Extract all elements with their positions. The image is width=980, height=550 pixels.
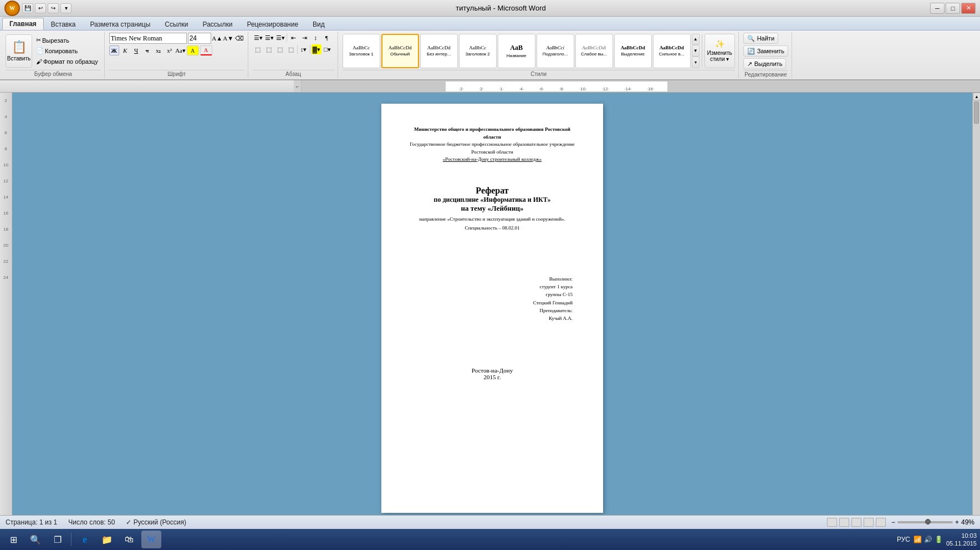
view-buttons <box>827 518 886 527</box>
view-draft-button[interactable] <box>876 518 886 527</box>
task-view-button[interactable]: ❐ <box>48 531 68 548</box>
tab-view[interactable]: Вид <box>305 18 332 30</box>
style-normal[interactable]: AaBbCcDd Обычный <box>381 34 419 68</box>
minimize-button[interactable]: ─ <box>930 3 945 14</box>
style-subtitle[interactable]: AaBbCci Подзаголо... <box>537 34 574 68</box>
doc-author: Выполнил: студент 1 курса группы С-15 Ст… <box>406 275 573 323</box>
line-spacing-button[interactable]: ↕▾ <box>299 44 309 54</box>
highlight-button[interactable]: А <box>187 45 199 55</box>
italic-button[interactable]: К <box>120 45 130 55</box>
scroll-up-button[interactable]: ▲ <box>973 93 980 100</box>
align-right-button[interactable]: ⬚ <box>275 44 285 54</box>
style-heading1[interactable]: AaBbCc Заголовок 1 <box>343 34 380 68</box>
styles-scroll-more[interactable]: ▾ <box>692 57 700 68</box>
font-color-button[interactable]: А <box>200 45 212 55</box>
style-title[interactable]: AaB Название <box>498 34 535 68</box>
tab-references[interactable]: Ссылки <box>157 18 195 30</box>
maximize-button[interactable]: □ <box>946 3 960 14</box>
style-subtle-em-preview: AaBbCcDdi <box>582 45 606 50</box>
format-paint-button[interactable]: 🖌 Формат по образцу <box>33 57 101 67</box>
font-name-input[interactable] <box>109 33 187 44</box>
sort-button[interactable]: ↕ <box>310 33 320 43</box>
tab-layout[interactable]: Разметка страницы <box>83 18 157 30</box>
font-size-input[interactable] <box>188 33 211 44</box>
editing-group: 🔍 Найти 🔄 Заменить ↗ Выделить Редактиров… <box>740 32 792 78</box>
document-page[interactable]: Министерство общего и профессионального … <box>381 104 603 513</box>
view-outline-button[interactable] <box>864 518 874 527</box>
grow-font-button[interactable]: A▲ <box>212 33 222 43</box>
right-scrollbar[interactable]: ▲ ▼ <box>972 93 980 524</box>
search-button[interactable]: 🔍 <box>25 531 45 548</box>
find-button[interactable]: 🔍 Найти <box>743 33 778 44</box>
tray-network-icon: 📶 <box>913 536 922 543</box>
strikethrough-button[interactable]: ч <box>142 45 152 55</box>
change-case-button[interactable]: Аа▾ <box>176 45 186 55</box>
copy-button[interactable]: 📄 Копировать <box>33 46 101 56</box>
scroll-thumb[interactable] <box>974 101 979 124</box>
superscript-button[interactable]: х² <box>165 45 175 55</box>
zoom-thumb <box>925 519 931 524</box>
style-subtle-em[interactable]: AaBbCcDdi Слабое вы... <box>575 34 613 68</box>
font-content: A▲ A▼ ⌫ Ж К Ч ч х₂ х² Аа▾ А А <box>109 33 244 69</box>
doc-title-specialty: Специальность – 08.02.01 <box>406 225 578 231</box>
zoom-out-button[interactable]: − <box>891 518 895 526</box>
copy-icon: 📄 <box>36 47 44 54</box>
zoom-level[interactable]: 49% <box>961 518 974 526</box>
quick-undo-button[interactable]: ↩ <box>35 3 46 13</box>
align-left-button[interactable]: ⬚ <box>253 44 263 54</box>
align-center-button[interactable]: ⬚ <box>264 44 274 54</box>
view-print-button[interactable] <box>827 518 837 527</box>
borders-button[interactable]: □▾ <box>323 44 333 54</box>
zoom-in-button[interactable]: + <box>955 518 959 526</box>
close-button[interactable]: ✕ <box>961 3 976 14</box>
start-button[interactable]: ⊞ <box>3 531 23 548</box>
style-heading2[interactable]: AaBbCc Заголовок 2 <box>459 34 497 68</box>
style-normal-preview: AaBbCcDd <box>389 45 412 50</box>
style-strong[interactable]: AaBbCcDd Сильное в... <box>653 34 691 68</box>
underline-button[interactable]: Ч <box>131 45 141 55</box>
decrease-indent-button[interactable]: ⇤ <box>288 33 298 43</box>
shrink-font-button[interactable]: A▼ <box>223 33 233 43</box>
paste-button[interactable]: 📋 Вставить <box>6 34 32 68</box>
show-hide-button[interactable]: ¶ <box>321 33 331 43</box>
bold-button[interactable]: Ж <box>109 45 119 55</box>
increase-indent-button[interactable]: ⇥ <box>299 33 309 43</box>
view-reading-button[interactable] <box>839 518 849 527</box>
zoom-slider[interactable] <box>897 521 953 523</box>
quick-save-button[interactable]: 💾 <box>22 3 33 13</box>
quick-redo-button[interactable]: ↪ <box>48 3 59 13</box>
style-heading1-preview: AaBbCc <box>353 45 370 50</box>
tab-insert[interactable]: Вставка <box>44 18 83 30</box>
clear-format-button[interactable]: ⌫ <box>234 33 244 43</box>
tab-mailings[interactable]: Рассылки <box>196 18 240 30</box>
doc-area[interactable]: Министерство общего и профессионального … <box>12 93 972 524</box>
style-title-preview: AaB <box>510 44 523 52</box>
multilevel-list-button[interactable]: ☰▾ <box>275 33 285 43</box>
styles-scroll-up[interactable]: ▲ <box>692 34 700 45</box>
quick-customize-button[interactable]: ▾ <box>60 3 72 13</box>
ruler-corner[interactable]: ⌐ <box>294 80 302 93</box>
office-button[interactable]: W <box>4 1 20 16</box>
taskbar-clock: 10:03 05.11.2015 <box>946 532 977 548</box>
ie-button[interactable]: e <box>75 531 95 548</box>
tab-review[interactable]: Рецензирование <box>239 18 305 30</box>
tab-home[interactable]: Главная <box>2 18 44 30</box>
change-styles-button[interactable]: ✨ Изменить стили ▾ <box>705 34 735 68</box>
explorer-button[interactable]: 📁 <box>97 531 117 548</box>
cut-button[interactable]: ✂ Вырезать <box>33 35 101 45</box>
store-button[interactable]: 🛍 <box>119 531 139 548</box>
styles-scroll-down[interactable]: ▼ <box>692 45 700 57</box>
justify-button[interactable]: ⬚ <box>286 44 296 54</box>
word-button[interactable]: W <box>141 531 161 548</box>
shading-button[interactable]: ▓▾ <box>312 44 321 54</box>
replace-button[interactable]: 🔄 Заменить <box>743 45 788 57</box>
numbered-list-button[interactable]: ☰▾ <box>264 33 274 43</box>
bullet-list-button[interactable]: ☰▾ <box>253 33 263 43</box>
font-selector-row: A▲ A▼ ⌫ <box>109 33 244 44</box>
style-heading2-preview: AaBbCc <box>469 45 486 50</box>
style-no-spacing[interactable]: AaBbCcDd Без интер... <box>420 34 458 68</box>
view-web-button[interactable] <box>851 518 861 527</box>
select-button[interactable]: ↗ Выделить <box>743 58 787 69</box>
subscript-button[interactable]: х₂ <box>154 45 164 55</box>
style-emphasis[interactable]: AaBbCcDd Выделение <box>614 34 652 68</box>
